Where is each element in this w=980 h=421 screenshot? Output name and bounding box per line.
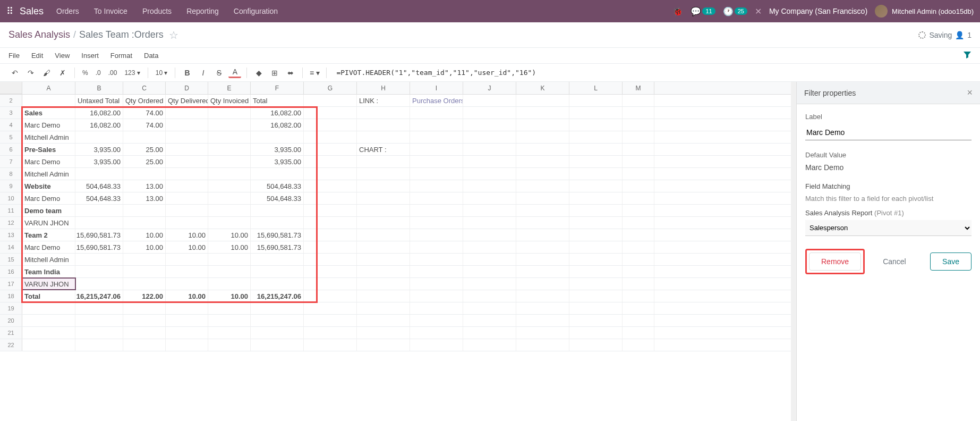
panel-close-icon[interactable]: × [967, 87, 973, 98]
cell[interactable] [75, 278, 123, 290]
cell[interactable] [516, 168, 569, 180]
cell[interactable] [22, 327, 75, 339]
cell[interactable] [357, 229, 410, 241]
cell[interactable]: Qty Delivered [166, 95, 208, 106]
close-tray-icon[interactable]: ✕ [755, 6, 762, 16]
cell[interactable]: 15,690,581.73 [251, 229, 304, 241]
brand[interactable]: Sales [20, 6, 44, 17]
cell[interactable]: 16,082.00 [75, 107, 123, 119]
cell[interactable] [166, 217, 208, 229]
cell[interactable] [208, 131, 251, 143]
paint-format-icon[interactable]: 🖌 [40, 66, 53, 79]
cell[interactable]: 15,690,581.73 [75, 241, 123, 253]
cell[interactable]: 10.00 [166, 290, 208, 302]
cell[interactable] [410, 278, 463, 290]
cell[interactable] [208, 107, 251, 119]
cell[interactable] [463, 217, 516, 229]
bug-icon[interactable]: 🐞 [672, 6, 683, 16]
cell[interactable]: Demo team [22, 205, 75, 216]
cell[interactable] [463, 241, 516, 253]
cell[interactable] [516, 229, 569, 241]
messages-badge[interactable]: 💬 11 [691, 6, 715, 16]
cell[interactable] [75, 339, 123, 351]
cell[interactable] [166, 192, 208, 204]
cell[interactable] [123, 168, 166, 180]
cell[interactable] [463, 339, 516, 351]
cell[interactable] [166, 205, 208, 216]
cell[interactable] [357, 107, 410, 119]
cell[interactable] [304, 302, 357, 314]
cell[interactable] [251, 339, 304, 351]
cell[interactable] [623, 95, 654, 106]
cell[interactable]: Marc Demo [22, 192, 75, 204]
cell[interactable] [208, 315, 251, 326]
cell[interactable]: Mitchell Admin [22, 254, 75, 265]
cell[interactable]: 3,935.00 [251, 156, 304, 167]
cell[interactable]: Marc Demo [22, 241, 75, 253]
cell[interactable] [166, 315, 208, 326]
user-menu[interactable]: Mitchell Admin (odoo15db) [875, 5, 974, 18]
cell[interactable] [623, 192, 654, 204]
breadcrumb-root[interactable]: Sales Analysis [8, 29, 70, 40]
cell[interactable] [569, 254, 623, 265]
cell[interactable]: 13.00 [123, 180, 166, 192]
cell[interactable]: 25.00 [123, 156, 166, 167]
cell[interactable] [208, 205, 251, 216]
select-all-corner[interactable] [0, 82, 22, 94]
cell[interactable] [357, 131, 410, 143]
cell[interactable] [208, 192, 251, 204]
cell[interactable] [516, 131, 569, 143]
cell[interactable] [623, 302, 654, 314]
cell[interactable] [357, 290, 410, 302]
cell[interactable] [357, 168, 410, 180]
cell[interactable]: Pre-Sales [22, 144, 75, 155]
cell[interactable] [410, 266, 463, 277]
cell[interactable] [569, 302, 623, 314]
cell[interactable] [166, 131, 208, 143]
col-header[interactable]: H [357, 82, 410, 94]
remove-button[interactable]: Remove [809, 252, 861, 271]
row-header[interactable]: 22 [0, 339, 22, 351]
cell[interactable] [22, 302, 75, 314]
cell[interactable] [623, 278, 654, 290]
cell[interactable] [304, 95, 357, 106]
activities-badge[interactable]: 🕐 25 [723, 6, 747, 16]
row-header[interactable]: 9 [0, 180, 22, 192]
cell[interactable] [623, 290, 654, 302]
cell[interactable] [623, 229, 654, 241]
cell[interactable] [516, 302, 569, 314]
cell[interactable] [304, 180, 357, 192]
cell[interactable] [463, 302, 516, 314]
cell[interactable]: 504,648.33 [75, 180, 123, 192]
cell[interactable]: LINK : [357, 95, 410, 106]
cell[interactable] [569, 144, 623, 155]
cell[interactable] [569, 192, 623, 204]
clear-format-icon[interactable]: ✗ [56, 66, 69, 79]
cell[interactable] [463, 192, 516, 204]
cell[interactable] [569, 168, 623, 180]
cell[interactable] [623, 339, 654, 351]
cell[interactable] [123, 327, 166, 339]
cell[interactable] [208, 119, 251, 131]
cell[interactable] [357, 278, 410, 290]
nav-reporting[interactable]: Reporting [186, 7, 219, 15]
cell[interactable] [357, 156, 410, 167]
cell[interactable] [357, 302, 410, 314]
col-header[interactable]: B [75, 82, 123, 94]
cell[interactable] [516, 119, 569, 131]
decrease-decimal[interactable]: .0 [93, 69, 103, 77]
cell[interactable] [75, 205, 123, 216]
cell[interactable] [304, 192, 357, 204]
row-header[interactable]: 7 [0, 156, 22, 167]
vertical-scrollbar[interactable] [791, 82, 796, 421]
cell[interactable]: 10.00 [166, 229, 208, 241]
cell[interactable]: VARUN JHON [22, 217, 75, 229]
increase-decimal[interactable]: .00 [106, 69, 120, 77]
cell[interactable] [463, 290, 516, 302]
cell[interactable] [569, 131, 623, 143]
cell[interactable]: 10.00 [123, 229, 166, 241]
cell[interactable]: Total [22, 290, 75, 302]
cell[interactable] [208, 266, 251, 277]
cell[interactable] [516, 290, 569, 302]
cell[interactable]: 3,935.00 [251, 144, 304, 155]
